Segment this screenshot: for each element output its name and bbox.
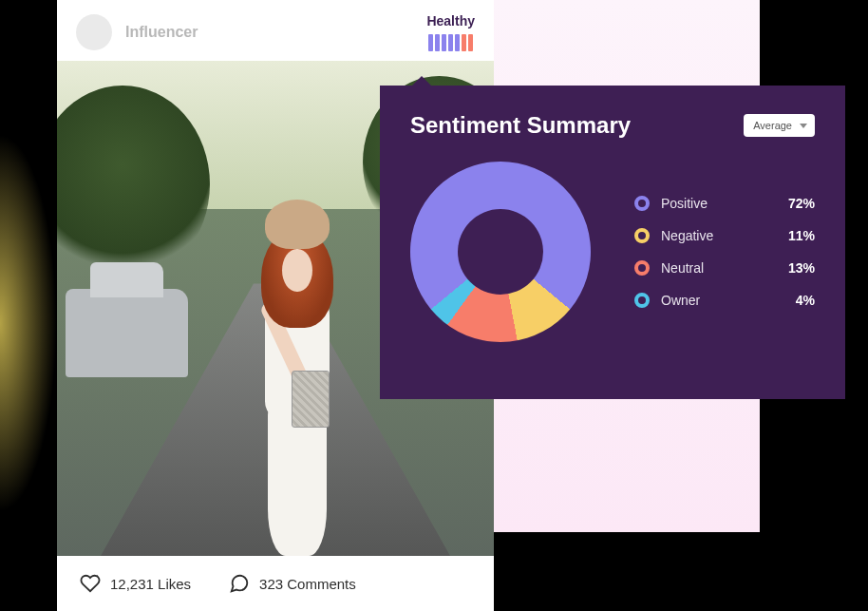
legend-value: 72% (788, 196, 815, 211)
legend-row[interactable]: Negative11% (634, 228, 815, 243)
legend-value: 11% (788, 228, 815, 243)
health-label: Healthy (426, 13, 475, 29)
legend-row[interactable]: Neutral13% (634, 260, 815, 276)
legend-value: 4% (796, 293, 815, 308)
sentiment-dropdown[interactable]: Average (744, 114, 815, 137)
comments-button[interactable]: 323 Comments (229, 573, 356, 594)
legend-dot-icon (634, 196, 650, 211)
sentiment-legend: Positive72%Negative11%Neutral13%Owner4% (634, 196, 815, 308)
legend-label: Negative (661, 228, 777, 243)
post-header: Influencer Healthy (57, 0, 494, 61)
health-bars (428, 34, 473, 51)
legend-value: 13% (788, 260, 815, 276)
likes-text: 12,231 Likes (110, 576, 191, 592)
heart-icon (80, 573, 101, 594)
comments-text: 323 Comments (259, 576, 356, 592)
username: Influencer (125, 24, 198, 41)
background-glow (0, 133, 57, 513)
legend-dot-icon (634, 293, 650, 308)
sentiment-donut-chart (410, 162, 591, 342)
dropdown-value: Average (753, 120, 792, 131)
likes-button[interactable]: 12,231 Likes (80, 573, 191, 594)
avatar (76, 14, 112, 50)
post-author[interactable]: Influencer (76, 14, 198, 50)
health-badge[interactable]: Healthy (426, 13, 475, 51)
legend-row[interactable]: Positive72% (634, 196, 815, 211)
legend-dot-icon (634, 260, 650, 276)
post-footer: 12,231 Likes 323 Comments (57, 556, 494, 611)
sentiment-title: Sentiment Summary (410, 112, 631, 139)
legend-row[interactable]: Owner4% (634, 293, 815, 308)
sentiment-header: Sentiment Summary Average (410, 112, 815, 139)
legend-label: Positive (661, 196, 777, 211)
legend-label: Neutral (661, 260, 777, 276)
comment-icon (229, 573, 250, 594)
legend-label: Owner (661, 293, 784, 308)
sentiment-panel: Sentiment Summary Average Positive72%Neg… (380, 86, 845, 399)
legend-dot-icon (634, 228, 650, 243)
